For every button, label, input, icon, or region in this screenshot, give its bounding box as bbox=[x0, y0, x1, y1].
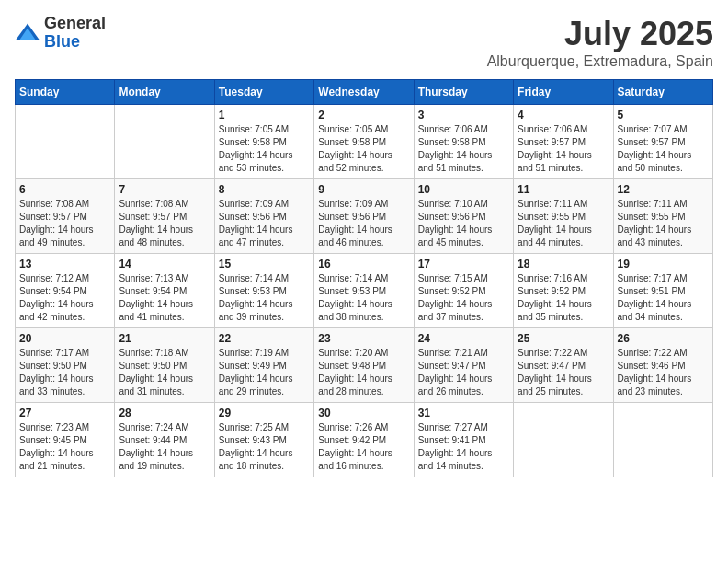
calendar-week-2: 6Sunrise: 7:08 AM Sunset: 9:57 PM Daylig… bbox=[16, 179, 713, 254]
subtitle: Alburquerque, Extremadura, Spain bbox=[487, 53, 713, 70]
day-detail: Sunrise: 7:19 AM Sunset: 9:49 PM Dayligh… bbox=[219, 347, 310, 398]
day-detail: Sunrise: 7:26 AM Sunset: 9:42 PM Dayligh… bbox=[318, 421, 409, 473]
day-detail: Sunrise: 7:06 AM Sunset: 9:58 PM Dayligh… bbox=[418, 123, 509, 175]
day-number: 31 bbox=[418, 407, 509, 419]
calendar-cell: 5Sunrise: 7:07 AM Sunset: 9:57 PM Daylig… bbox=[613, 105, 712, 179]
calendar-cell: 29Sunrise: 7:25 AM Sunset: 9:43 PM Dayli… bbox=[214, 403, 313, 477]
calendar-header-sunday: Sunday bbox=[16, 80, 115, 105]
calendar-cell: 10Sunrise: 7:10 AM Sunset: 9:56 PM Dayli… bbox=[414, 179, 513, 254]
day-number: 29 bbox=[219, 407, 310, 419]
day-number: 24 bbox=[418, 332, 509, 345]
calendar-cell: 31Sunrise: 7:27 AM Sunset: 9:41 PM Dayli… bbox=[414, 403, 513, 477]
calendar-cell: 25Sunrise: 7:22 AM Sunset: 9:47 PM Dayli… bbox=[514, 328, 613, 403]
calendar-cell: 16Sunrise: 7:14 AM Sunset: 9:53 PM Dayli… bbox=[314, 254, 414, 328]
day-detail: Sunrise: 7:12 AM Sunset: 9:54 PM Dayligh… bbox=[19, 272, 110, 324]
calendar-cell bbox=[613, 403, 712, 477]
logo: General Blue bbox=[15, 15, 106, 52]
calendar-cell: 17Sunrise: 7:15 AM Sunset: 9:52 PM Dayli… bbox=[414, 254, 513, 328]
calendar-header-row: SundayMondayTuesdayWednesdayThursdayFrid… bbox=[16, 80, 713, 105]
day-number: 4 bbox=[518, 109, 609, 121]
day-number: 20 bbox=[19, 332, 110, 345]
calendar-header-thursday: Thursday bbox=[414, 80, 513, 105]
calendar-cell: 6Sunrise: 7:08 AM Sunset: 9:57 PM Daylig… bbox=[16, 179, 115, 254]
day-number: 16 bbox=[318, 258, 409, 270]
day-detail: Sunrise: 7:09 AM Sunset: 9:56 PM Dayligh… bbox=[219, 198, 310, 249]
main-title: July 2025 bbox=[487, 15, 713, 53]
day-number: 1 bbox=[219, 109, 310, 121]
day-number: 19 bbox=[618, 258, 709, 270]
calendar-cell bbox=[514, 403, 613, 477]
calendar-header-saturday: Saturday bbox=[613, 80, 712, 105]
calendar-cell: 30Sunrise: 7:26 AM Sunset: 9:42 PM Dayli… bbox=[314, 403, 414, 477]
day-detail: Sunrise: 7:18 AM Sunset: 9:50 PM Dayligh… bbox=[119, 347, 210, 398]
calendar-week-5: 27Sunrise: 7:23 AM Sunset: 9:45 PM Dayli… bbox=[16, 403, 713, 477]
day-detail: Sunrise: 7:17 AM Sunset: 9:51 PM Dayligh… bbox=[618, 272, 709, 324]
day-number: 30 bbox=[318, 407, 409, 419]
calendar-cell: 28Sunrise: 7:24 AM Sunset: 9:44 PM Dayli… bbox=[115, 403, 214, 477]
day-detail: Sunrise: 7:22 AM Sunset: 9:47 PM Dayligh… bbox=[518, 347, 609, 398]
day-number: 7 bbox=[119, 183, 210, 196]
calendar-cell: 20Sunrise: 7:17 AM Sunset: 9:50 PM Dayli… bbox=[16, 328, 115, 403]
calendar-cell: 8Sunrise: 7:09 AM Sunset: 9:56 PM Daylig… bbox=[214, 179, 313, 254]
day-number: 11 bbox=[518, 183, 609, 196]
day-number: 3 bbox=[418, 109, 509, 121]
day-detail: Sunrise: 7:11 AM Sunset: 9:55 PM Dayligh… bbox=[518, 198, 609, 249]
day-detail: Sunrise: 7:14 AM Sunset: 9:53 PM Dayligh… bbox=[318, 272, 409, 324]
day-number: 15 bbox=[219, 258, 310, 270]
day-detail: Sunrise: 7:20 AM Sunset: 9:48 PM Dayligh… bbox=[318, 347, 409, 398]
day-number: 25 bbox=[518, 332, 609, 345]
day-detail: Sunrise: 7:13 AM Sunset: 9:54 PM Dayligh… bbox=[119, 272, 210, 324]
day-number: 18 bbox=[518, 258, 609, 270]
calendar-cell: 23Sunrise: 7:20 AM Sunset: 9:48 PM Dayli… bbox=[314, 328, 414, 403]
calendar-cell: 13Sunrise: 7:12 AM Sunset: 9:54 PM Dayli… bbox=[16, 254, 115, 328]
day-number: 22 bbox=[219, 332, 310, 345]
day-number: 6 bbox=[19, 183, 110, 196]
title-block: July 2025 Alburquerque, Extremadura, Spa… bbox=[487, 15, 713, 70]
calendar-cell: 27Sunrise: 7:23 AM Sunset: 9:45 PM Dayli… bbox=[16, 403, 115, 477]
day-detail: Sunrise: 7:17 AM Sunset: 9:50 PM Dayligh… bbox=[19, 347, 110, 398]
day-detail: Sunrise: 7:24 AM Sunset: 9:44 PM Dayligh… bbox=[119, 421, 210, 473]
day-detail: Sunrise: 7:07 AM Sunset: 9:57 PM Dayligh… bbox=[618, 123, 709, 175]
header: General Blue July 2025 Alburquerque, Ext… bbox=[15, 15, 713, 70]
calendar-cell: 21Sunrise: 7:18 AM Sunset: 9:50 PM Dayli… bbox=[115, 328, 214, 403]
day-detail: Sunrise: 7:23 AM Sunset: 9:45 PM Dayligh… bbox=[19, 421, 110, 473]
day-number: 2 bbox=[318, 109, 409, 121]
calendar-cell: 2Sunrise: 7:05 AM Sunset: 9:58 PM Daylig… bbox=[314, 105, 414, 179]
calendar-cell: 1Sunrise: 7:05 AM Sunset: 9:58 PM Daylig… bbox=[214, 105, 313, 179]
day-number: 5 bbox=[618, 109, 709, 121]
calendar-cell: 3Sunrise: 7:06 AM Sunset: 9:58 PM Daylig… bbox=[414, 105, 513, 179]
calendar-cell: 9Sunrise: 7:09 AM Sunset: 9:56 PM Daylig… bbox=[314, 179, 414, 254]
calendar-cell: 15Sunrise: 7:14 AM Sunset: 9:53 PM Dayli… bbox=[214, 254, 313, 328]
day-detail: Sunrise: 7:06 AM Sunset: 9:57 PM Dayligh… bbox=[518, 123, 609, 175]
day-number: 12 bbox=[618, 183, 709, 196]
calendar-cell: 26Sunrise: 7:22 AM Sunset: 9:46 PM Dayli… bbox=[613, 328, 712, 403]
day-detail: Sunrise: 7:22 AM Sunset: 9:46 PM Dayligh… bbox=[618, 347, 709, 398]
calendar-header-friday: Friday bbox=[514, 80, 613, 105]
day-number: 8 bbox=[219, 183, 310, 196]
calendar-header-monday: Monday bbox=[115, 80, 214, 105]
calendar-cell: 12Sunrise: 7:11 AM Sunset: 9:55 PM Dayli… bbox=[613, 179, 712, 254]
day-number: 26 bbox=[618, 332, 709, 345]
day-detail: Sunrise: 7:10 AM Sunset: 9:56 PM Dayligh… bbox=[418, 198, 509, 249]
calendar-cell bbox=[16, 105, 115, 179]
day-detail: Sunrise: 7:14 AM Sunset: 9:53 PM Dayligh… bbox=[219, 272, 310, 324]
day-detail: Sunrise: 7:09 AM Sunset: 9:56 PM Dayligh… bbox=[318, 198, 409, 249]
day-detail: Sunrise: 7:11 AM Sunset: 9:55 PM Dayligh… bbox=[618, 198, 709, 249]
calendar-week-1: 1Sunrise: 7:05 AM Sunset: 9:58 PM Daylig… bbox=[16, 105, 713, 179]
day-detail: Sunrise: 7:27 AM Sunset: 9:41 PM Dayligh… bbox=[418, 421, 509, 473]
calendar-header-tuesday: Tuesday bbox=[214, 80, 313, 105]
calendar-cell: 24Sunrise: 7:21 AM Sunset: 9:47 PM Dayli… bbox=[414, 328, 513, 403]
day-detail: Sunrise: 7:05 AM Sunset: 9:58 PM Dayligh… bbox=[318, 123, 409, 175]
calendar-table: SundayMondayTuesdayWednesdayThursdayFrid… bbox=[15, 79, 713, 477]
calendar-cell: 11Sunrise: 7:11 AM Sunset: 9:55 PM Dayli… bbox=[514, 179, 613, 254]
day-number: 21 bbox=[119, 332, 210, 345]
calendar-cell: 19Sunrise: 7:17 AM Sunset: 9:51 PM Dayli… bbox=[613, 254, 712, 328]
day-number: 14 bbox=[119, 258, 210, 270]
day-number: 27 bbox=[19, 407, 110, 419]
calendar-cell: 22Sunrise: 7:19 AM Sunset: 9:49 PM Dayli… bbox=[214, 328, 313, 403]
day-detail: Sunrise: 7:16 AM Sunset: 9:52 PM Dayligh… bbox=[518, 272, 609, 324]
day-number: 23 bbox=[318, 332, 409, 345]
calendar-cell: 7Sunrise: 7:08 AM Sunset: 9:57 PM Daylig… bbox=[115, 179, 214, 254]
day-detail: Sunrise: 7:05 AM Sunset: 9:58 PM Dayligh… bbox=[219, 123, 310, 175]
calendar-cell bbox=[115, 105, 214, 179]
